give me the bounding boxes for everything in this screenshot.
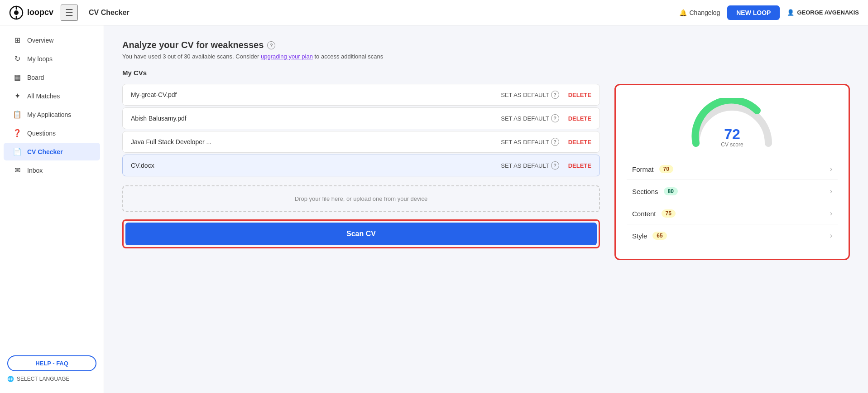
hamburger-menu[interactable]: ☰ [61,5,78,21]
cv-item-active: CV.docx SET AS DEFAULT ? DELETE [122,155,600,176]
cv-checker-icon: 📄 [13,147,22,156]
cv-item-name: Java Full Stack Developer ... [131,138,211,146]
sidebar-item-board[interactable]: ▦ Board [4,68,100,86]
main-content: Analyze your CV for weaknesses ? You hav… [104,25,868,393]
sidebar-bottom: HELP - FAQ 🌐 SELECT LANGUAGE [0,350,104,388]
user-name: GEORGE AVGENAKIS [797,9,859,16]
cv-item: My-great-CV.pdf SET AS DEFAULT ? DELETE [122,84,600,106]
set-default-info-icon[interactable]: ? [551,114,559,122]
sidebar-item-my-loops[interactable]: ↻ My loops [4,50,100,68]
cv-content-area: My-great-CV.pdf SET AS DEFAULT ? DELETE … [122,84,850,260]
help-info-icon[interactable]: ? [267,41,275,49]
score-row-sections[interactable]: Sections 80 › [627,181,838,202]
file-upload-area[interactable]: Drop your file here, or upload one from … [122,185,600,212]
gauge-wrapper: 72 CV score [627,98,838,148]
cv-item: Abish Balusamy.pdf SET AS DEFAULT ? DELE… [122,107,600,129]
sidebar-item-inbox[interactable]: ✉ Inbox [4,161,100,179]
score-row-left: Sections 80 [632,187,678,195]
set-default-info-icon[interactable]: ? [551,138,559,146]
upload-placeholder-text: Drop your file here, or upload one from … [295,195,427,202]
sidebar: ⊞ Overview ↻ My loops ▦ Board ✦ All Matc… [0,25,104,393]
gauge-center-text: 72 CV score [721,127,743,148]
delete-button[interactable]: DELETE [568,115,591,122]
score-row-content[interactable]: Content 75 › [627,203,838,224]
cv-right-panel: 72 CV score Format 70 › [614,84,850,260]
cv-score-value: 72 [721,127,743,141]
matches-icon: ✦ [13,92,22,100]
sections-label: Sections [632,188,658,195]
style-label: Style [632,232,647,240]
svg-point-1 [14,10,19,15]
cv-item-actions: SET AS DEFAULT ? DELETE [501,91,591,99]
logo[interactable]: loopcv [9,5,53,20]
sections-score-badge: 80 [664,187,678,195]
app-layout: ⊞ Overview ↻ My loops ▦ Board ✦ All Matc… [0,25,868,393]
cv-item-actions: SET AS DEFAULT ? DELETE [501,114,591,122]
questions-icon: ❓ [13,129,22,137]
sidebar-item-label-board: Board [27,74,44,81]
cv-item-actions: SET AS DEFAULT ? DELETE [501,161,591,170]
cv-item: Java Full Stack Developer ... SET AS DEF… [122,131,600,153]
overview-icon: ⊞ [13,36,22,44]
sidebar-item-label-all-matches: All Matches [27,92,60,100]
sidebar-item-overview[interactable]: ⊞ Overview [4,31,100,49]
delete-button[interactable]: DELETE [568,92,591,98]
upgrade-link[interactable]: upgrading your plan [261,53,313,60]
delete-button[interactable]: DELETE [568,139,591,146]
scan-cv-button[interactable]: Scan CV [125,223,597,245]
sidebar-item-label-cv-checker: CV Checker [27,148,63,155]
set-default-button[interactable]: SET AS DEFAULT ? [501,138,559,146]
page-title-nav: CV Checker [89,9,129,17]
loops-icon: ↻ [13,54,22,63]
changelog-button[interactable]: 🔔 Changelog [679,9,720,16]
sidebar-item-label-questions: Questions [27,130,56,137]
page-main-title: Analyze your CV for weaknesses ? [122,40,850,50]
format-label: Format [632,165,654,173]
scan-btn-wrapper: Scan CV [122,219,600,248]
cv-item-name: CV.docx [131,162,154,169]
logo-text: loopcv [27,8,53,17]
set-default-info-icon[interactable]: ? [551,161,559,170]
cv-item-name: My-great-CV.pdf [131,91,177,98]
globe-icon: 🌐 [7,376,14,382]
score-rows: Format 70 › Sections 80 › [627,159,838,246]
set-default-button[interactable]: SET AS DEFAULT ? [501,161,559,170]
content-label: Content [632,210,656,218]
new-loop-button[interactable]: NEW LOOP [727,5,780,20]
select-language[interactable]: 🌐 SELECT LANGUAGE [7,376,96,382]
user-icon: 👤 [787,9,794,16]
set-default-button[interactable]: SET AS DEFAULT ? [501,91,559,99]
sidebar-item-cv-checker[interactable]: 📄 CV Checker [4,143,100,160]
cv-left-panel: My-great-CV.pdf SET AS DEFAULT ? DELETE … [122,84,600,248]
sidebar-item-label-inbox: Inbox [27,167,43,174]
score-row-left: Format 70 [632,165,673,173]
set-default-button[interactable]: SET AS DEFAULT ? [501,114,559,122]
sidebar-item-all-matches[interactable]: ✦ All Matches [4,87,100,105]
sidebar-item-label-my-applications: My Applications [27,111,71,118]
score-row-left: Style 65 [632,232,667,240]
score-card: 72 CV score Format 70 › [614,84,850,260]
set-default-info-icon[interactable]: ? [551,91,559,99]
score-row-style[interactable]: Style 65 › [627,225,838,246]
score-row-format[interactable]: Format 70 › [627,159,838,180]
sidebar-item-my-applications[interactable]: 📋 My Applications [4,106,100,123]
delete-button[interactable]: DELETE [568,162,591,169]
help-faq-button[interactable]: HELP - FAQ [7,355,96,371]
cv-item-name: Abish Balusamy.pdf [131,115,187,122]
changelog-label: Changelog [690,9,720,16]
score-row-left: Content 75 [632,209,676,218]
topnav-right: 🔔 Changelog NEW LOOP 👤 GEORGE AVGENAKIS [679,5,859,20]
inbox-icon: ✉ [13,166,22,175]
sidebar-item-questions[interactable]: ❓ Questions [4,124,100,142]
gauge-container: 72 CV score [687,98,777,148]
top-navigation: loopcv ☰ CV Checker 🔔 Changelog NEW LOOP… [0,0,868,25]
user-menu[interactable]: 👤 GEORGE AVGENAKIS [787,9,859,16]
usage-subtitle: You have used 3 out of 30 available scan… [122,53,850,60]
bell-icon: 🔔 [679,9,687,16]
applications-icon: 📋 [13,110,22,119]
content-score-badge: 75 [662,209,676,218]
sidebar-item-label-my-loops: My loops [27,55,53,63]
format-score-badge: 70 [659,165,673,173]
sidebar-item-label-overview: Overview [27,37,53,44]
sections-chevron-icon: › [830,187,832,195]
